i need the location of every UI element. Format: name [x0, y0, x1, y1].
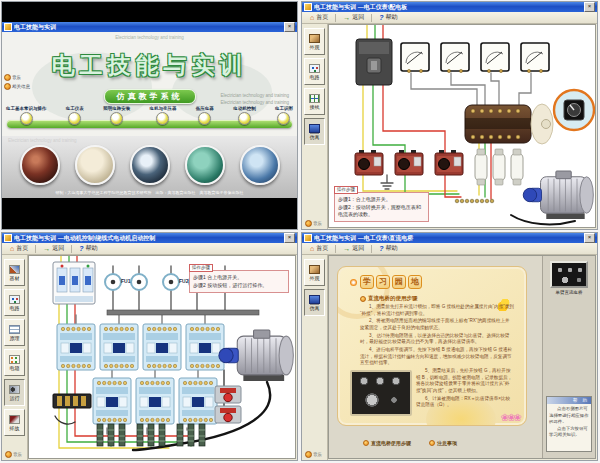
titlebar[interactable]: 电工技能与实训 —电工仪表\配电板 ×	[302, 2, 597, 12]
starting-resistor-coils	[177, 424, 205, 446]
menu-button-icon[interactable]	[68, 112, 81, 125]
menu-button-icon[interactable]	[198, 112, 211, 125]
menu-item-basics[interactable]: 电工基本常识与操作	[6, 106, 47, 125]
close-icon[interactable]: ×	[284, 233, 295, 243]
window-title: 电工技能与实训 —电动机控制\绕线式电动机启动控制	[14, 233, 282, 243]
dc-bridge-thumbnail[interactable]	[550, 261, 588, 288]
fuse-link[interactable]	[511, 149, 523, 185]
step-line: 步骤1 合上电源开关。	[193, 274, 285, 282]
circuit-breaker[interactable]	[356, 39, 392, 85]
back-button[interactable]: →返回	[38, 243, 69, 255]
sidebar-item-troubleshoot[interactable]: 排故	[4, 409, 25, 436]
menu-item-motorcontrol[interactable]: 电动机控制	[233, 106, 256, 125]
circuit-icon	[9, 295, 20, 304]
heading-char: 地	[408, 275, 422, 289]
help-button[interactable]: ?帮助	[374, 12, 402, 24]
contactor[interactable]	[57, 324, 95, 370]
window-motor-control: 电工技能与实训 —电动机控制\绕线式电动机启动控制 × ⌂首页 →返回 ?帮助 …	[1, 232, 298, 461]
link-precautions[interactable]: 注意事项	[429, 440, 457, 446]
photo-component[interactable]	[130, 145, 170, 185]
sidebar-item-appearance[interactable]: 外观	[304, 259, 325, 286]
photo-wires[interactable]	[20, 145, 60, 185]
help-button[interactable]: ?帮助	[374, 243, 402, 255]
help-button[interactable]: ?帮助	[74, 243, 102, 255]
view-sidebar: 器材 电路 原理 电箱 运行 排故	[2, 255, 28, 460]
menu-button-icon[interactable]	[156, 112, 169, 125]
contactor[interactable]	[143, 324, 181, 370]
simulation-canvas: FU1 FU2 操作步骤 步骤1 合上电源开关。 步骤2 按动按钮，进行运行操作…	[28, 255, 296, 459]
contactor[interactable]	[136, 378, 174, 424]
circuit-icon	[309, 64, 320, 73]
toolbar-separator	[71, 245, 72, 253]
menu-button-icon[interactable]	[238, 112, 251, 125]
menu-button-icon[interactable]	[20, 112, 33, 125]
home-button[interactable]: ⌂首页	[305, 243, 333, 255]
tools-icon	[9, 265, 20, 274]
music-toggle[interactable]: 音乐	[305, 451, 322, 458]
app-icon	[304, 234, 312, 242]
photo-motor[interactable]	[185, 145, 225, 185]
monitor-icon	[309, 295, 320, 304]
home-icon: ⌂	[10, 245, 14, 252]
menu-item-lowvoltage[interactable]: 低压电器	[196, 106, 214, 125]
knife-switch[interactable]	[53, 394, 91, 408]
contactor[interactable]	[186, 324, 224, 370]
toolbar: ⌂首页 →返回 ?帮助	[302, 12, 597, 24]
fuse-link[interactable]	[475, 149, 487, 185]
titlebar[interactable]: 电工技能与实训 —电工仪表\直流电桥 ×	[302, 233, 597, 243]
home-icon: ⌂	[310, 245, 314, 252]
menu-item-drawings[interactable]: 电工识图	[275, 106, 293, 125]
body-paragraph: 1、测量前先打开检流计锁扣，即将 G 接线柱处的金属接片由“内接”拨到“外接”，…	[360, 304, 514, 317]
titlebar[interactable]: 电工技能与实训 ×	[2, 22, 297, 32]
app-icon	[4, 23, 12, 31]
splash-content: Electrician technology and training 音乐 相…	[2, 32, 297, 198]
current-transformer	[435, 150, 463, 175]
contactor[interactable]	[93, 378, 131, 424]
menu-item-meters[interactable]: 电工仪表	[66, 106, 84, 125]
sidebar-item-simulation[interactable]: 仿真	[304, 289, 325, 316]
heading-char: 园	[392, 275, 406, 289]
sidebar-item-circuit[interactable]: 电路	[4, 289, 25, 316]
window-splash: 电工技能与实训 × Electrician technology and tra…	[1, 1, 298, 230]
photo-meter[interactable]	[75, 145, 115, 185]
back-icon: →	[43, 245, 50, 252]
titlebar[interactable]: 电工技能与实训 —电动机控制\绕线式电动机启动控制 ×	[2, 233, 297, 243]
menu-item-lighting[interactable]: 照明电路安装	[103, 106, 130, 125]
music-toggle[interactable]: 音乐	[5, 451, 22, 458]
close-icon[interactable]: ×	[584, 2, 595, 12]
home-button[interactable]: ⌂首页	[305, 12, 333, 24]
circuit-breaker[interactable]	[53, 262, 95, 304]
sidebar-item-run[interactable]: 运行	[4, 379, 25, 406]
back-button[interactable]: →返回	[338, 12, 369, 24]
close-icon[interactable]: ×	[584, 233, 595, 243]
link-usage-steps[interactable]: 直流电桥使用步骤	[363, 440, 411, 446]
sidebar-item-principle[interactable]: 原理	[4, 319, 25, 346]
menu-button-icon[interactable]	[277, 112, 290, 125]
close-icon[interactable]: ×	[284, 22, 295, 32]
analog-meter	[521, 43, 549, 73]
sidebar-item-circuit[interactable]: 电路	[304, 58, 325, 85]
menu-button-icon[interactable]	[110, 112, 123, 125]
push-button-station[interactable]	[215, 406, 241, 423]
sidebar-item-simulation[interactable]: 仿真	[304, 118, 325, 145]
sidebar-item-panel-box[interactable]: 电箱	[4, 349, 25, 376]
sidebar-item-appearance[interactable]: 外观	[304, 28, 325, 55]
menu-item-machines[interactable]: 电机与变压器	[149, 106, 176, 125]
fuse-link[interactable]	[493, 149, 505, 185]
contactor[interactable]	[179, 378, 217, 424]
push-button-station[interactable]	[215, 386, 241, 403]
learning-card: 学 习 园 地 直流电桥的使用步骤 1、测量前先打开检流计锁扣，即将 G 接线柱…	[337, 266, 527, 426]
photo-parts[interactable]	[240, 145, 280, 185]
music-toggle[interactable]: 音乐	[305, 220, 322, 227]
contactor[interactable]	[100, 324, 138, 370]
home-button[interactable]: ⌂首页	[5, 243, 33, 255]
back-button[interactable]: →返回	[338, 243, 369, 255]
sidebar-item-equipment[interactable]: 器材	[4, 259, 25, 286]
learning-canvas: 学 习 园 地 直流电桥的使用步骤 1、测量前先打开检流计锁扣，即将 G 接线柱…	[328, 255, 596, 459]
rotary-changeover-switch[interactable]	[465, 104, 553, 144]
related-info-link[interactable]: 相关信息	[4, 83, 30, 90]
sidebar-item-wiring[interactable]: 接线	[304, 88, 325, 115]
repair-icon	[9, 415, 20, 424]
flower-decoration: ❀❀❀	[501, 412, 520, 423]
body-paragraph: 3、估计待测电阻阻值，以便选择合适的比较臂与比值臂。选择比较臂时，最好能使比较臂…	[360, 333, 514, 346]
